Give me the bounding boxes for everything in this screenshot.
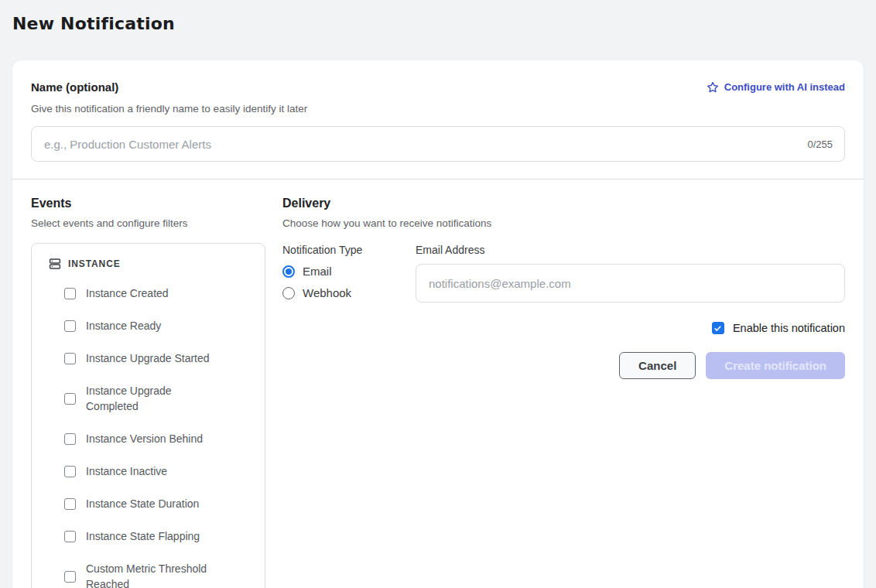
event-row-instance-state-flapping[interactable]: Instance State Flapping xyxy=(64,520,254,552)
event-label: Instance Upgrade Completed xyxy=(86,383,219,414)
checkbox-checked-icon[interactable] xyxy=(712,322,724,334)
event-label: Custom Metric Threshold Reached xyxy=(86,561,219,588)
email-address-group: Email Address xyxy=(416,244,845,303)
checkbox-icon[interactable] xyxy=(64,353,76,364)
enable-notification-toggle[interactable]: Enable this notification xyxy=(282,322,845,334)
event-group-label: INSTANCE xyxy=(68,258,121,269)
event-label: Instance Upgrade Started xyxy=(86,350,210,366)
event-label: Instance Inactive xyxy=(86,463,167,479)
name-section: Name (optional) Configure with AI instea… xyxy=(12,60,864,179)
events-title: Events xyxy=(31,197,265,210)
checkbox-icon[interactable] xyxy=(64,393,76,405)
event-label: Instance State Duration xyxy=(86,496,199,511)
create-notification-button[interactable]: Create notification xyxy=(706,352,845,379)
notification-name-input[interactable] xyxy=(31,126,845,162)
page: New Notification Name (optional) Configu… xyxy=(0,0,876,588)
event-label: Instance Created xyxy=(86,285,169,301)
checkbox-icon[interactable] xyxy=(64,320,76,332)
event-row-instance-upgrade-completed[interactable]: Instance Upgrade Completed xyxy=(64,374,254,422)
page-title: New Notification xyxy=(12,12,864,36)
event-label: Instance Version Behind xyxy=(86,431,203,446)
event-group-instance: INSTANCE xyxy=(43,250,254,277)
name-section-subtitle: Give this notification a friendly name t… xyxy=(31,103,845,115)
event-row-instance-version-behind[interactable]: Instance Version Behind xyxy=(64,422,254,455)
radio-option-email[interactable]: Email xyxy=(282,265,416,278)
event-row-custom-metric-threshold[interactable]: Custom Metric Threshold Reached xyxy=(64,552,254,588)
checkbox-icon[interactable] xyxy=(64,433,76,445)
notification-type-group: Notification Type Email Webhook xyxy=(282,244,416,303)
delivery-subtitle: Choose how you want to receive notificat… xyxy=(282,217,845,229)
enable-notification-label: Enable this notification xyxy=(733,322,845,334)
radio-icon[interactable] xyxy=(282,287,295,299)
event-row-instance-ready[interactable]: Instance Ready xyxy=(64,309,254,342)
radio-icon[interactable] xyxy=(282,265,295,278)
events-column: Events Select events and configure filte… xyxy=(31,197,265,588)
events-list: INSTANCE Instance Created Instance Ready… xyxy=(31,243,265,588)
events-subtitle: Select events and configure filters xyxy=(31,217,265,229)
server-icon xyxy=(49,258,61,270)
name-section-title: Name (optional) xyxy=(31,80,118,94)
configure-with-ai-link[interactable]: Configure with AI instead xyxy=(707,81,845,94)
delivery-title: Delivery xyxy=(282,197,845,210)
event-label: Instance State Flapping xyxy=(86,528,200,544)
char-counter: 0/255 xyxy=(807,138,833,150)
event-row-instance-created[interactable]: Instance Created xyxy=(64,277,254,309)
cancel-button[interactable]: Cancel xyxy=(619,352,696,379)
checkbox-icon[interactable] xyxy=(64,571,76,583)
event-row-instance-state-duration[interactable]: Instance State Duration xyxy=(64,487,254,520)
email-address-label: Email Address xyxy=(416,244,845,256)
configure-with-ai-label: Configure with AI instead xyxy=(724,81,845,93)
checkbox-icon[interactable] xyxy=(64,498,76,510)
checkbox-icon[interactable] xyxy=(64,531,76,542)
new-notification-card: Name (optional) Configure with AI instea… xyxy=(12,60,864,588)
event-row-instance-inactive[interactable]: Instance Inactive xyxy=(64,455,254,487)
event-label: Instance Ready xyxy=(86,318,161,333)
checkbox-icon[interactable] xyxy=(64,288,76,299)
event-row-instance-upgrade-started[interactable]: Instance Upgrade Started xyxy=(64,342,254,374)
radio-option-label: Webhook xyxy=(303,286,351,299)
delivery-column: Delivery Choose how you want to receive … xyxy=(282,197,845,588)
notification-type-label: Notification Type xyxy=(282,244,416,256)
radio-option-webhook[interactable]: Webhook xyxy=(282,286,416,299)
form-actions: Cancel Create notification xyxy=(282,352,845,379)
radio-option-label: Email xyxy=(303,265,332,278)
email-address-input[interactable] xyxy=(416,264,845,303)
star-icon xyxy=(707,81,719,94)
checkbox-icon[interactable] xyxy=(64,466,76,477)
